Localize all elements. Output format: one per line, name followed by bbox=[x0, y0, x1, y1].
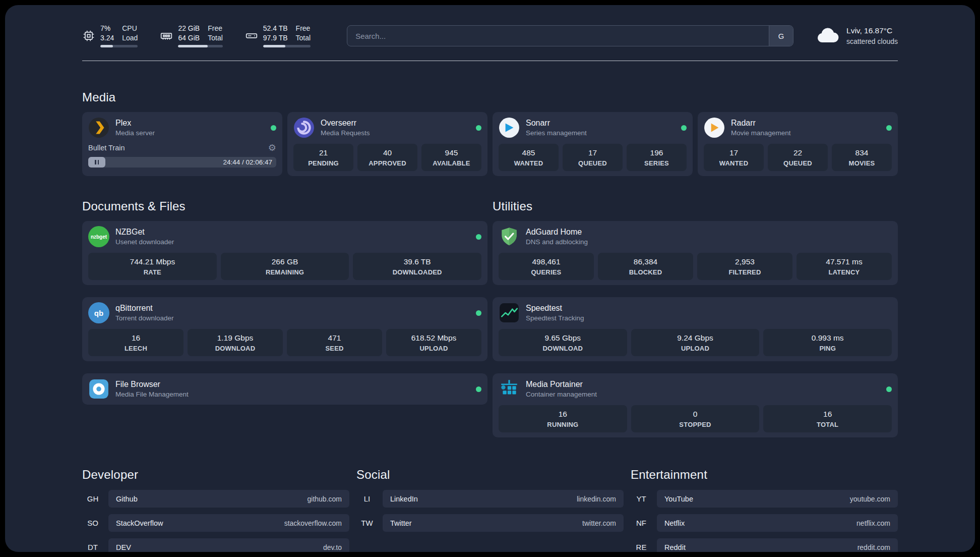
memory-free-value: 22 GiB bbox=[178, 24, 200, 32]
playback-time: 24:44 / 02:06:47 bbox=[223, 158, 272, 166]
qbittorrent-icon: qb bbox=[88, 302, 109, 323]
cpu-widget: 7% 3.24 CPU Load bbox=[82, 24, 138, 47]
app-subtitle: Media File Management bbox=[115, 391, 189, 398]
stat-queued: 22 QUEUED bbox=[768, 144, 828, 171]
stat-latency: 47.571 ms LATENCY bbox=[797, 253, 892, 280]
documents-column: Documents & Files nzbget NZBGet Usenet d… bbox=[82, 199, 487, 437]
stat-stopped: 0 STOPPED bbox=[631, 405, 760, 432]
weather-condition: scattered clouds bbox=[846, 37, 898, 45]
utilities-column: Utilities AdGuard Home DNS and adblockin… bbox=[493, 199, 898, 437]
stat-total: 16 TOTAL bbox=[763, 405, 892, 432]
stat-queries: 498,461 QUERIES bbox=[499, 253, 594, 280]
card-portainer[interactable]: Media Portainer Container management 16 … bbox=[493, 373, 898, 437]
memory-label-2: Total bbox=[208, 34, 223, 42]
cpu-percent: 7% bbox=[100, 24, 114, 32]
bookmark-linkedin[interactable]: LI LinkedIn linkedin.com bbox=[356, 490, 624, 508]
stat-approved: 40 APPROVED bbox=[357, 144, 417, 171]
card-sonarr[interactable]: Sonarr Series management 485 WANTED 17 Q… bbox=[493, 112, 693, 176]
disk-label-1: Free bbox=[296, 24, 311, 32]
stat-blocked: 86,384 BLOCKED bbox=[598, 253, 693, 280]
disk-total-value: 97.9 TB bbox=[263, 34, 288, 42]
status-dot bbox=[476, 310, 481, 316]
gear-icon[interactable]: ⚙ bbox=[268, 143, 276, 152]
social-group: Social LI LinkedIn linkedin.com TW Twitt… bbox=[356, 468, 624, 552]
card-qbittorrent[interactable]: qb qBittorrent Torrent downloader 16 bbox=[82, 297, 487, 361]
bookmark-twitter[interactable]: TW Twitter twitter.com bbox=[356, 514, 624, 532]
stat-queued: 17 QUEUED bbox=[563, 144, 623, 171]
memory-total-value: 64 GiB bbox=[178, 34, 200, 42]
bookmark-stackoverflow[interactable]: SO StackOverflow stackoverflow.com bbox=[82, 514, 349, 532]
stat-ping: 0.993 ms PING bbox=[763, 329, 892, 356]
card-adguard[interactable]: AdGuard Home DNS and adblocking 498,461 … bbox=[493, 221, 898, 285]
disk-progress bbox=[263, 45, 311, 47]
card-filebrowser[interactable]: File Browser Media File Management bbox=[82, 373, 487, 405]
stat-filtered: 2,953 FILTERED bbox=[697, 253, 792, 280]
memory-label-1: Free bbox=[208, 24, 223, 32]
stat-upload: 618.52 Mbps UPLOAD bbox=[386, 329, 481, 356]
stat-series: 196 SERIES bbox=[627, 144, 687, 171]
cpu-icon bbox=[82, 29, 95, 42]
bookmark-reddit[interactable]: RE Reddit reddit.com bbox=[631, 538, 898, 552]
card-radarr[interactable]: Radarr Movie management 17 WANTED 22 QUE… bbox=[698, 112, 898, 176]
app-subtitle: Media Requests bbox=[321, 129, 370, 137]
section-title-entertainment: Entertainment bbox=[631, 468, 898, 482]
weather-widget: Lviv, 16.87°C scattered clouds bbox=[816, 26, 898, 46]
card-speedtest[interactable]: Speedtest Speedtest Tracking 9.65 Gbps D… bbox=[493, 297, 898, 361]
app-name: File Browser bbox=[115, 380, 189, 389]
filebrowser-icon bbox=[88, 378, 109, 400]
radarr-icon bbox=[704, 117, 725, 138]
disk-icon bbox=[245, 29, 258, 42]
memory-progress-fill bbox=[178, 45, 207, 47]
stat-leech: 16 LEECH bbox=[88, 329, 183, 356]
bookmark-github[interactable]: GH Github github.com bbox=[82, 490, 349, 508]
stat-running: 16 RUNNING bbox=[499, 405, 627, 432]
section-title-documents: Documents & Files bbox=[82, 199, 487, 213]
adguard-icon bbox=[499, 226, 520, 247]
app-subtitle: Torrent downloader bbox=[115, 314, 174, 322]
cpu-label-2: Load bbox=[122, 34, 138, 42]
search-provider-button[interactable]: G bbox=[769, 26, 793, 46]
status-dot bbox=[476, 125, 481, 131]
pause-button[interactable] bbox=[88, 157, 105, 168]
nzbget-icon: nzbget bbox=[88, 226, 109, 247]
stat-pending: 21 PENDING bbox=[293, 144, 353, 171]
app-name: NZBGet bbox=[115, 228, 174, 237]
app-name: AdGuard Home bbox=[526, 228, 588, 237]
stat-movies: 834 MOVIES bbox=[832, 144, 892, 171]
developer-group: Developer GH Github github.com SO StackO… bbox=[82, 468, 349, 552]
memory-widget: 22 GiB 64 GiB Free Total bbox=[160, 24, 222, 47]
status-dot bbox=[681, 125, 687, 131]
section-title-media: Media bbox=[82, 90, 898, 104]
card-plex[interactable]: Plex Media server Bullet Train ⚙ 24:44 /… bbox=[82, 112, 282, 176]
bookmark-netflix[interactable]: NF Netflix netflix.com bbox=[631, 514, 898, 532]
playback-progress-bar[interactable]: 24:44 / 02:06:47 bbox=[88, 157, 276, 168]
disk-free-value: 52.4 TB bbox=[263, 24, 288, 32]
weather-location: Lviv, 16.87°C bbox=[846, 26, 898, 35]
stat-rate: 744.21 Mbps RATE bbox=[88, 253, 217, 280]
app-name: Plex bbox=[115, 119, 155, 128]
overseerr-icon bbox=[293, 117, 315, 138]
memory-icon bbox=[160, 29, 173, 42]
bookmark-dev[interactable]: DT DEV dev.to bbox=[82, 538, 349, 552]
dashboard: 7% 3.24 CPU Load bbox=[5, 5, 975, 552]
media-grid: Plex Media server Bullet Train ⚙ 24:44 /… bbox=[82, 112, 898, 176]
disk-widget: 52.4 TB 97.9 TB Free Total bbox=[245, 24, 311, 47]
stat-remaining: 266 GB REMAINING bbox=[221, 253, 349, 280]
stat-downloaded: 39.6 TB DOWNLOADED bbox=[353, 253, 481, 280]
portainer-icon bbox=[499, 378, 520, 400]
stat-available: 945 AVAILABLE bbox=[421, 144, 481, 171]
app-name: Media Portainer bbox=[526, 380, 597, 389]
memory-progress bbox=[178, 45, 222, 47]
stat-upload: 9.24 Gbps UPLOAD bbox=[631, 329, 760, 356]
plex-icon bbox=[88, 117, 109, 138]
status-dot bbox=[476, 234, 481, 240]
stat-seed: 471 SEED bbox=[287, 329, 382, 356]
card-nzbget[interactable]: nzbget NZBGet Usenet downloader 744.21 M… bbox=[82, 221, 487, 285]
now-playing-title: Bullet Train bbox=[88, 144, 125, 152]
app-name: Sonarr bbox=[526, 119, 587, 128]
search-input[interactable] bbox=[347, 26, 769, 46]
card-overseerr[interactable]: Overseerr Media Requests 21 PENDING 40 A… bbox=[287, 112, 487, 176]
speedtest-icon bbox=[499, 302, 520, 323]
bookmark-youtube[interactable]: YT YouTube youtube.com bbox=[631, 490, 898, 508]
app-subtitle: Container management bbox=[526, 391, 597, 398]
